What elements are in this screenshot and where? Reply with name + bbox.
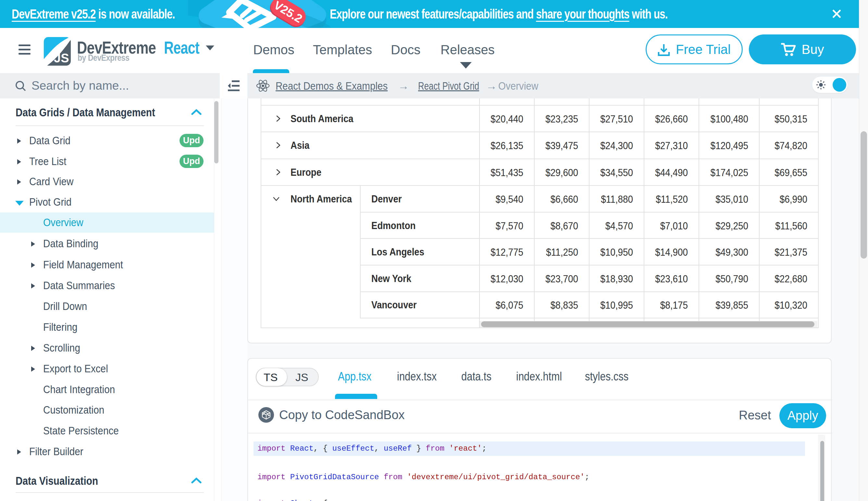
svg-text:JS: JS bbox=[54, 51, 69, 65]
